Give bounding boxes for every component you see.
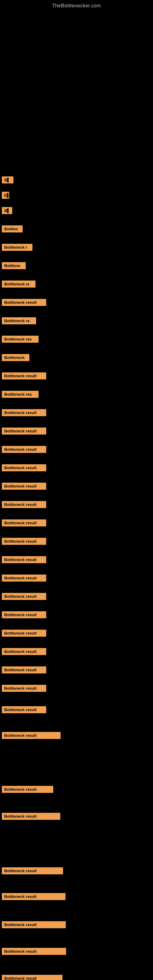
bottleneck-row-25: Bottleneck result xyxy=(1,610,46,620)
bottleneck-row-13: Bottleneck res xyxy=(1,390,38,400)
bottleneck-label-30[interactable]: Bottleneck result xyxy=(2,706,46,713)
bottleneck-label-25[interactable]: Bottleneck result xyxy=(2,611,46,618)
bottleneck-row-32: Bottleneck result xyxy=(1,785,53,795)
bottleneck-row-22: Bottleneck result xyxy=(1,555,46,565)
bottleneck-label-9[interactable]: Bottleneck ra xyxy=(2,317,36,324)
site-title: TheBottlenecker.com xyxy=(0,0,153,10)
bottleneck-label-5[interactable]: Bottleneck r xyxy=(2,244,32,251)
bottleneck-label-7[interactable]: Bottleneck re xyxy=(2,280,35,288)
bottleneck-label-16[interactable]: Bottleneck result xyxy=(2,446,46,453)
bottleneck-row-34: Bottleneck result xyxy=(1,866,63,877)
bottleneck-row-7: Bottleneck re xyxy=(1,280,35,290)
bottleneck-label-31[interactable]: Bottleneck result xyxy=(2,732,61,739)
bottleneck-row-9: Bottleneck ra xyxy=(1,317,36,326)
bottleneck-label-18[interactable]: Bottleneck result xyxy=(2,483,46,490)
bottleneck-label-24[interactable]: Bottleneck result xyxy=(2,593,46,600)
bottleneck-label-19[interactable]: Bottleneck result xyxy=(2,501,46,508)
bottleneck-label-22[interactable]: Bottleneck result xyxy=(2,556,46,563)
bottleneck-label-6[interactable]: Bottlene xyxy=(2,262,26,269)
bottleneck-row-16: Bottleneck result xyxy=(1,445,46,455)
bottleneck-row-5: Bottleneck r xyxy=(1,243,32,253)
bottleneck-label-38[interactable]: Bottleneck result xyxy=(2,975,62,980)
bottleneck-label-33[interactable]: Bottleneck result xyxy=(2,813,60,820)
bottleneck-label-29[interactable]: Bottleneck result xyxy=(2,685,46,692)
bottleneck-row-17: Bottleneck result xyxy=(1,463,46,474)
bottleneck-label-1[interactable]: B▌ xyxy=(2,177,13,183)
bottleneck-label-34[interactable]: Bottleneck result xyxy=(2,867,63,874)
bottleneck-label-4[interactable]: Bottlen xyxy=(2,225,22,232)
bottleneck-label-15[interactable]: Bottleneck result xyxy=(2,428,46,434)
bottleneck-row-4: Bottlen xyxy=(1,224,22,235)
bottleneck-label-23[interactable]: Bottleneck result xyxy=(2,574,46,582)
bottleneck-row-18: Bottleneck result xyxy=(1,482,46,492)
bottleneck-label-2[interactable]: E▌ xyxy=(2,192,9,199)
bottleneck-row-24: Bottleneck result xyxy=(1,592,46,602)
bottleneck-label-26[interactable]: Bottleneck result xyxy=(2,630,46,637)
bottleneck-row-1: B▌ xyxy=(1,175,13,186)
bottleneck-row-35: Bottleneck result xyxy=(1,892,65,902)
bottleneck-row-33: Bottleneck result xyxy=(1,812,60,822)
bottleneck-label-36[interactable]: Bottleneck result xyxy=(2,921,66,928)
bottleneck-label-32[interactable]: Bottleneck result xyxy=(2,786,53,793)
bottleneck-row-29: Bottleneck result xyxy=(1,684,46,694)
bottleneck-label-3[interactable]: B▌ xyxy=(2,207,12,214)
bottleneck-row-3: B▌ xyxy=(1,206,12,216)
bottleneck-label-14[interactable]: Bottleneck result xyxy=(2,409,46,416)
bottleneck-label-27[interactable]: Bottleneck result xyxy=(2,648,46,655)
bottleneck-row-38: Bottleneck result xyxy=(1,974,62,980)
bottleneck-label-20[interactable]: Bottleneck result xyxy=(2,519,46,527)
bottleneck-row-37: Bottleneck result xyxy=(1,947,66,957)
bottleneck-label-21[interactable]: Bottleneck result xyxy=(2,538,46,545)
bottleneck-row-26: Bottleneck result xyxy=(1,629,46,639)
bottleneck-row-23: Bottleneck result xyxy=(1,574,46,584)
bottleneck-row-6: Bottlene xyxy=(1,261,26,271)
bottleneck-row-11: Bottleneck xyxy=(1,353,29,363)
bottleneck-row-2: E▌ xyxy=(1,191,9,201)
bottleneck-row-30: Bottleneck result xyxy=(1,705,46,715)
bottleneck-row-21: Bottleneck result xyxy=(1,537,46,547)
bottleneck-label-11[interactable]: Bottleneck xyxy=(2,354,29,361)
bottleneck-row-10: Bottleneck res xyxy=(1,335,38,345)
bottleneck-row-8: Bottleneck result xyxy=(1,298,46,308)
bottleneck-row-27: Bottleneck result xyxy=(1,647,46,657)
bottleneck-label-10[interactable]: Bottleneck res xyxy=(2,336,38,343)
bottleneck-label-13[interactable]: Bottleneck res xyxy=(2,391,38,398)
bottleneck-label-37[interactable]: Bottleneck result xyxy=(2,948,66,955)
bottleneck-label-8[interactable]: Bottleneck result xyxy=(2,299,46,306)
bottleneck-label-17[interactable]: Bottleneck result xyxy=(2,464,46,471)
bottleneck-label-35[interactable]: Bottleneck result xyxy=(2,893,65,900)
bottleneck-row-19: Bottleneck result xyxy=(1,500,46,510)
bottleneck-row-14: Bottleneck result xyxy=(1,408,46,418)
bottleneck-row-15: Bottleneck result xyxy=(1,426,46,437)
bottleneck-row-36: Bottleneck result xyxy=(1,920,66,931)
bottleneck-label-28[interactable]: Bottleneck result xyxy=(2,667,46,673)
bottleneck-row-28: Bottleneck result xyxy=(1,665,46,676)
bottleneck-row-20: Bottleneck result xyxy=(1,519,46,528)
bottleneck-row-12: Bottleneck result xyxy=(1,371,46,382)
bottleneck-label-12[interactable]: Bottleneck result xyxy=(2,372,46,379)
bottleneck-row-31: Bottleneck result xyxy=(1,731,61,741)
